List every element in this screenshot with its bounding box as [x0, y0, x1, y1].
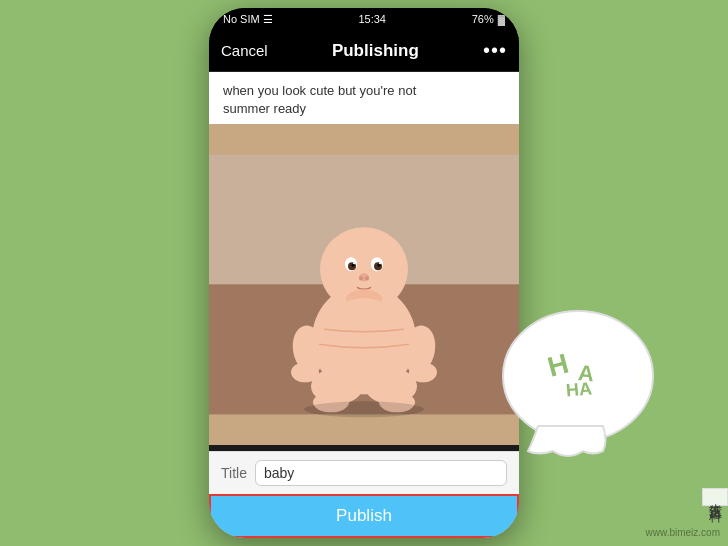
status-left: No SIM ☰	[223, 13, 273, 26]
status-time: 15:34	[358, 13, 386, 25]
post-text: when you look cute but you're not summer…	[209, 72, 519, 124]
post-area: when you look cute but you're not summer…	[209, 72, 519, 451]
svg-point-27	[503, 311, 653, 441]
svg-point-11	[353, 263, 355, 265]
post-text-line2: summer ready	[223, 101, 306, 116]
svg-text:HA: HA	[565, 378, 593, 400]
publish-button[interactable]: Publish	[209, 494, 519, 538]
svg-point-26	[304, 402, 424, 418]
nav-title: Publishing	[332, 41, 419, 61]
title-label: Title	[221, 465, 247, 481]
svg-point-17	[342, 299, 386, 315]
battery-label: 76%	[472, 13, 494, 25]
status-bar: No SIM ☰ 15:34 76% ▓	[209, 8, 519, 30]
post-image	[209, 124, 519, 445]
phone-frame: No SIM ☰ 15:34 76% ▓ Cancel Publishing •…	[209, 8, 519, 538]
svg-point-14	[359, 277, 363, 281]
cancel-button[interactable]: Cancel	[221, 42, 268, 59]
svg-text:H: H	[544, 348, 572, 383]
more-button[interactable]: •••	[483, 39, 507, 62]
no-sim-label: No SIM ☰	[223, 13, 273, 26]
svg-point-15	[365, 277, 369, 281]
url-watermark: www.bimeiz.com	[646, 527, 720, 538]
publish-button-label: Publish	[336, 506, 392, 526]
nav-bar: Cancel Publishing •••	[209, 30, 519, 72]
status-right: 76% ▓	[472, 13, 505, 25]
svg-text:A: A	[577, 360, 595, 386]
cn-watermark: 生活百科	[702, 488, 728, 506]
post-text-line1: when you look cute but you're not	[223, 83, 416, 98]
title-area: Title	[209, 451, 519, 494]
svg-point-12	[379, 263, 381, 265]
title-input[interactable]	[255, 460, 507, 486]
battery-icon: ▓	[498, 14, 505, 25]
content-area: when you look cute but you're not summer…	[209, 72, 519, 538]
